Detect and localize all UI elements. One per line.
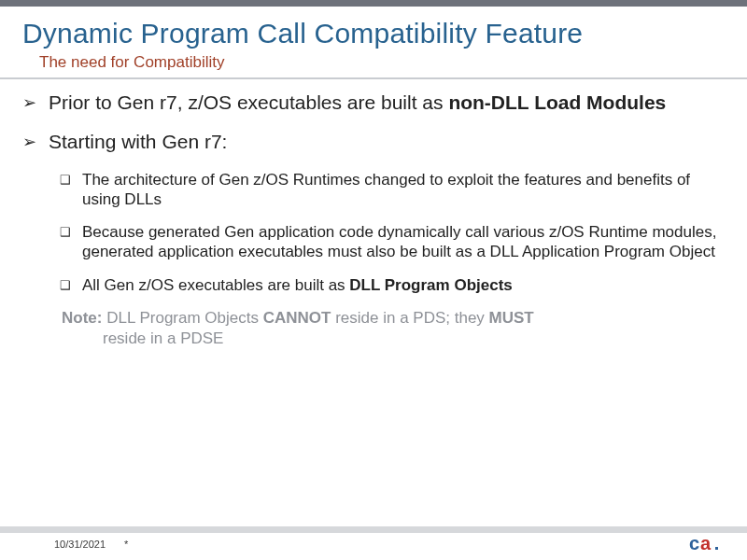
svg-text:a: a [700,533,712,553]
bullet-text: Starting with Gen r7: [49,130,725,154]
text-segment: Starting with Gen r7: [49,131,227,152]
slide-content: ➢ Prior to Gen r7, z/OS executables are … [0,91,747,349]
svg-text:c: c [689,533,699,553]
bullet-level2: ❑ All Gen z/OS executables are built as … [60,275,725,295]
text-segment: Prior to Gen r7, z/OS executables are bu… [49,91,448,113]
ca-logo-icon: c a [689,532,725,554]
note: Note: DLL Program Objects CANNOT reside … [62,308,725,349]
arrow-icon: ➢ [22,91,49,114]
slide-title: Dynamic Program Call Compatibility Featu… [0,7,747,53]
note-line2: reside in a PDSE [62,329,725,349]
slide: Dynamic Program Call Compatibility Featu… [0,0,747,560]
bullet-text: Because generated Gen application code d… [82,222,725,262]
divider [0,526,747,533]
footer-date: 10/31/2021 [54,539,106,550]
text-bold: MUST [489,309,534,327]
square-icon: ❑ [60,170,82,188]
note-lead: Note: [62,309,102,327]
text-segment: reside in a PDS; they [331,309,488,327]
bullet-level1: ➢ Prior to Gen r7, z/OS executables are … [22,91,725,115]
top-accent-bar [0,0,747,7]
footer-content: 10/31/2021 * [0,533,747,550]
text-segment: DLL Program Objects [102,309,262,327]
text-segment: All Gen z/OS executables are built as [82,276,349,294]
text-bold: non-DLL Load Modules [448,91,666,113]
text-bold: CANNOT [263,309,331,327]
text-bold: DLL Program Objects [349,276,512,294]
arrow-icon: ➢ [22,130,49,153]
slide-footer: 10/31/2021 * c a [0,526,747,560]
bullet-level2: ❑ Because generated Gen application code… [60,222,725,262]
square-icon: ❑ [60,222,82,240]
bullet-level1: ➢ Starting with Gen r7: [22,130,725,154]
bullet-text: Prior to Gen r7, z/OS executables are bu… [49,91,725,115]
bullet-text: All Gen z/OS executables are built as DL… [82,275,725,295]
slide-subtitle: The need for Compatibility [0,53,747,77]
square-icon: ❑ [60,275,82,293]
bullet-text: The architecture of Gen z/OS Runtimes ch… [82,170,725,210]
divider [0,77,747,79]
footer-marker: * [124,539,128,550]
bullet-level2: ❑ The architecture of Gen z/OS Runtimes … [60,170,725,210]
svg-rect-2 [715,547,718,550]
